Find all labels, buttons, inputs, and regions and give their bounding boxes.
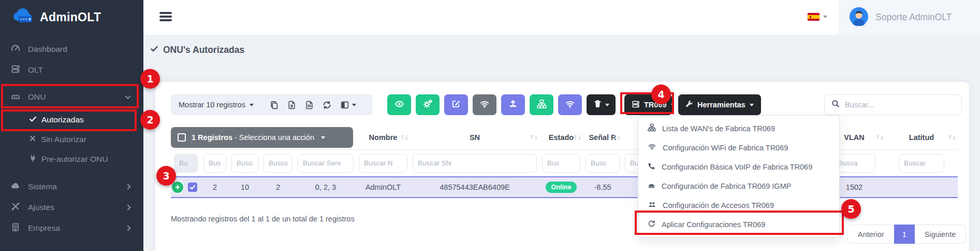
pagination-prev-button[interactable]: Anterior [847, 225, 894, 244]
filter-input[interactable] [231, 154, 258, 173]
table-header-row: Service port↑↓ Nombre↑↓ SN↑↓ Estado↑↓ Se… [171, 126, 958, 149]
cell: 2 [201, 183, 229, 191]
table-columns-icon[interactable] [340, 101, 356, 109]
caret-down-icon [250, 104, 254, 106]
filter-input[interactable] [174, 154, 198, 173]
phone-icon [648, 162, 655, 172]
edit-icon [451, 99, 461, 110]
show-entries-dropdown[interactable]: Mostrar 10 registros [179, 101, 254, 109]
server-icon [11, 64, 20, 76]
settings-button[interactable] [416, 94, 440, 115]
filter-input-estado[interactable] [542, 154, 580, 173]
delete-dropdown-button[interactable] [587, 94, 616, 115]
sidebar-item-sin-autorizar[interactable]: Sin Autorizar [0, 132, 143, 147]
sort-icon: ↑↓ [612, 134, 621, 141]
sidebar: AdminOLT Dashboard OLT ONU Autorizadas S… [0, 0, 143, 251]
sort-icon: ↑↓ [948, 134, 956, 141]
sort-icon: ↑↓ [400, 134, 408, 141]
column-header-estado[interactable]: Estado↑↓ [539, 133, 583, 142]
sidebar-item-label: Pre-autorizar ONU [41, 155, 108, 164]
sync-icon[interactable] [323, 101, 331, 109]
cell-nombre: AdminOLT [356, 183, 410, 191]
select-all-checkbox[interactable] [178, 133, 186, 142]
filter-input[interactable] [264, 154, 292, 173]
file-lines-icon[interactable] [305, 101, 314, 109]
sidebar-item-sistema[interactable]: Sistema [0, 178, 143, 195]
content-card: Mostrar 10 registros TR069 H [155, 82, 969, 251]
gears-icon [423, 99, 433, 111]
sidebar-item-label: OLT [28, 65, 43, 75]
filter-input-sn[interactable] [413, 154, 537, 173]
wifi-button[interactable] [473, 94, 496, 115]
topbar: Soporte AdminOLT [143, 0, 980, 35]
menu-item-lista-wans[interactable]: Lista de WAN's de Fabrica TR069 [638, 119, 839, 138]
sidebar-item-empresa[interactable]: Empresa [0, 220, 143, 236]
column-header-nombre[interactable]: Nombre↑↓ [356, 133, 410, 142]
user-menu[interactable]: Soporte AdminOLT [838, 0, 980, 35]
cloud-icon [11, 181, 20, 192]
file-excel-icon[interactable] [287, 101, 296, 109]
status-badge: Online [546, 182, 577, 193]
sidebar-item-onu[interactable]: ONU [0, 88, 143, 106]
filter-input-nombre[interactable] [359, 154, 407, 173]
upload-button[interactable] [501, 94, 525, 115]
menu-item-config-accesos[interactable]: Configuración de Accesos TR069 [638, 196, 839, 215]
sidebar-item-label: Empresa [28, 224, 60, 233]
menu-item-config-voip[interactable]: Configuración Básica VoIP de Fabrica TR0… [638, 157, 839, 176]
sidebar-item-label: Sistema [28, 182, 57, 191]
action-button-strip [387, 94, 616, 115]
filter-input-senal[interactable] [586, 154, 620, 173]
sidebar-item-ajustes[interactable]: Ajustes [0, 199, 143, 216]
sidebar-item-dashboard[interactable]: Dashboard [0, 41, 143, 57]
sidebar-item-label: Autorizadas [41, 115, 84, 124]
table-row[interactable]: + 2 10 2 0, 2, 3 AdminOLT 48575443EAB640… [171, 176, 958, 198]
pagination: Anterior 1 Siguiente [847, 225, 966, 244]
user-name: Soporte AdminOLT [875, 12, 952, 23]
view-button[interactable] [387, 94, 411, 115]
tr069-dropdown-button[interactable]: TR069 [624, 94, 672, 115]
row-checkbox[interactable] [188, 183, 197, 192]
column-header-latitud[interactable]: Latitud↑↓ [885, 133, 958, 142]
column-header-senal[interactable]: Señal R↑↓ [583, 133, 622, 142]
wifi-config-button[interactable] [558, 94, 582, 115]
sitemap-button[interactable] [530, 94, 553, 115]
pagination-page-1[interactable]: 1 [894, 225, 915, 244]
menu-item-config-igmp[interactable]: Configuración de Fabrica TR069 IGMP [638, 176, 839, 196]
wifi-icon [648, 143, 656, 152]
hamburger-menu-icon[interactable] [159, 12, 172, 23]
caret-down-icon [823, 16, 827, 18]
caret-down-icon [605, 104, 609, 106]
sidebar-item-label: Sin Autorizar [41, 135, 86, 144]
sidebar-item-label: ONU [28, 92, 46, 102]
language-dropdown[interactable] [808, 13, 827, 21]
column-header-sn[interactable]: SN↑↓ [410, 133, 539, 142]
cell-senal: -8.55 [583, 183, 622, 191]
records-info: Mostrando registros del 1 al 1 de un tot… [171, 215, 355, 223]
sidebar-item-autorizadas[interactable]: Autorizadas [0, 112, 143, 128]
page-title: ONU's Autorizadas [150, 45, 244, 55]
caret-down-icon [321, 136, 325, 139]
sidebar-item-olt[interactable]: OLT [0, 62, 143, 78]
bulk-action-dropdown[interactable]: 1 Registros - Selecciona una acción [171, 127, 353, 148]
edit-button[interactable] [444, 94, 468, 115]
brand-name: AdminOLT [40, 10, 101, 24]
filter-input-service-port[interactable] [298, 154, 354, 173]
menu-item-config-wifi[interactable]: Configuración WiFi de Fabrica TR069 [638, 138, 839, 157]
wifi-icon [479, 99, 490, 111]
sitemap-icon [648, 123, 656, 133]
brand-logo[interactable]: AdminOLT [12, 7, 101, 27]
plug-icon [29, 155, 37, 164]
herramientas-dropdown-button[interactable]: Herramientas [678, 94, 761, 115]
cell-service-port: 0, 2, 3 [295, 183, 356, 191]
pagination-next-button[interactable]: Siguiente [915, 225, 966, 244]
expand-row-button[interactable]: + [172, 182, 183, 193]
filter-input[interactable] [203, 154, 226, 173]
sort-icon: ↑↓ [875, 134, 884, 141]
search-input[interactable] [845, 101, 955, 109]
server-icon [632, 100, 640, 110]
menu-item-aplicar-configuraciones[interactable]: Aplicar Configuraciones TR069 [638, 215, 839, 234]
filter-input-latitud[interactable] [899, 154, 944, 173]
copy-icon[interactable] [270, 101, 279, 109]
chevron-right-icon [125, 225, 130, 231]
sidebar-item-pre-autorizar[interactable]: Pre-autorizar ONU [0, 151, 143, 167]
